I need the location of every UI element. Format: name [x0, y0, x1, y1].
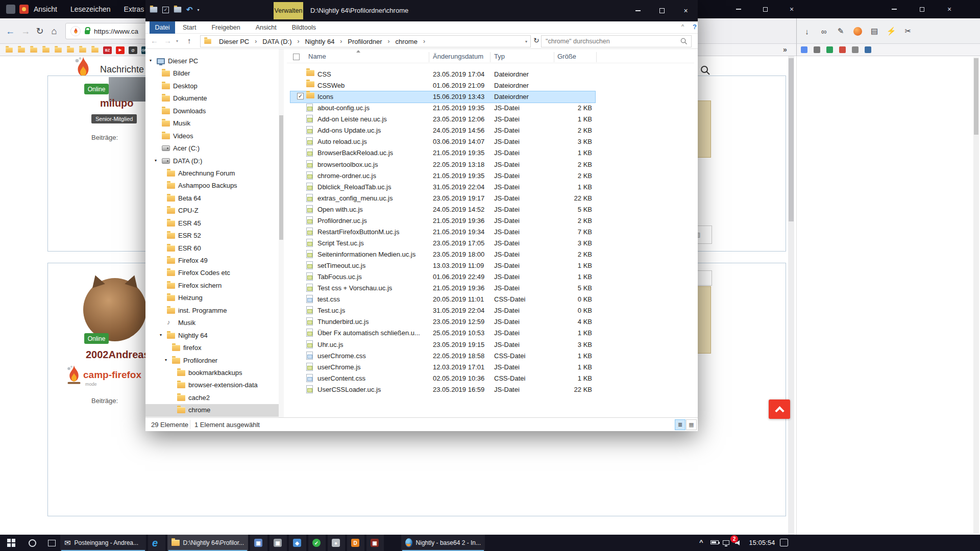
taskbar-clock[interactable]: 15:05:54: [746, 539, 778, 546]
file-row-thunderbird-uc-js[interactable]: Thunderbird.uc.js23.05.2019 12:59JS-Date…: [287, 316, 694, 327]
home-icon[interactable]: ⌂: [47, 24, 61, 38]
breadcrumb-segment[interactable]: Nightly 64: [304, 38, 336, 45]
qat-check-icon[interactable]: ✓: [162, 7, 169, 13]
action-center-icon[interactable]: [780, 539, 788, 546]
nav-history-dropdown-icon[interactable]: ▾: [176, 39, 178, 43]
column-header-typ[interactable]: Typ: [494, 53, 505, 60]
bg-window-scrollbar[interactable]: [973, 57, 979, 534]
qat-folder-icon[interactable]: [174, 7, 181, 13]
icons-view-button[interactable]: ▦: [686, 419, 697, 430]
help-icon[interactable]: ?: [693, 23, 697, 31]
nav-item-cache2[interactable]: cache2: [145, 392, 279, 404]
taskbar-app-pin-7[interactable]: ●: [328, 535, 345, 551]
explorer-minimize-button[interactable]: [626, 0, 650, 21]
firefox-minimize-button[interactable]: [733, 4, 744, 14]
bookmark-folder[interactable]: [30, 47, 38, 53]
bookmark-folder[interactable]: [66, 47, 75, 53]
bookmark-site[interactable]: BZ: [103, 46, 112, 54]
app-icon[interactable]: [6, 5, 15, 14]
ribbon-tab-ansicht[interactable]: Ansicht: [248, 21, 284, 34]
nav-item-esr-60[interactable]: ESR 60: [145, 242, 279, 255]
nav-item-acer-c[interactable]: Acer (C:): [145, 142, 279, 155]
breadcrumb-dropdown-icon[interactable]: ▾: [525, 39, 527, 44]
nav-item-browser-extension-data[interactable]: browser-extension-data: [145, 379, 279, 391]
bg-window-tab-icon[interactable]: [839, 46, 846, 53]
nav-item-bookmarkbackups[interactable]: bookmarkbackups: [145, 367, 279, 379]
undo-icon[interactable]: ↶: [186, 5, 193, 14]
flash-icon[interactable]: ⚡: [885, 25, 897, 37]
nav-item-downloads[interactable]: Downloads: [145, 105, 279, 117]
search-box[interactable]: "chrome" durchsuchen: [541, 35, 692, 47]
bg-window-tab-icon[interactable]: [865, 46, 871, 53]
nav-item-videos[interactable]: Videos: [145, 130, 279, 142]
file-row-auto-reload-uc-js[interactable]: Auto reload.uc.js03.06.2019 14:07JS-Date…: [287, 136, 694, 147]
nav-item-abrechnung-forum[interactable]: Abrechnung Forum: [145, 167, 279, 180]
menu-ansicht[interactable]: Ansicht: [34, 5, 57, 13]
forum-search-icon[interactable]: [700, 65, 710, 76]
nav-item-firefox-49[interactable]: Firefox 49: [145, 255, 279, 267]
file-row-script-test-uc-js[interactable]: Script Test.uc.js23.05.2019 17:05JS-Date…: [287, 237, 694, 248]
file-row-userchrome-css[interactable]: userChrome.css22.05.2019 18:58CSS-Datei1…: [287, 350, 694, 361]
scrollbar-thumb[interactable]: [789, 58, 794, 221]
nav-item-ashampoo-backups[interactable]: Ashampoo Backups: [145, 180, 279, 192]
network-icon[interactable]: [723, 540, 729, 545]
avatar-cat-photo[interactable]: [83, 278, 146, 341]
menu-lesezeichen[interactable]: Lesezeichen: [70, 5, 111, 13]
file-row-profilordner-uc-js[interactable]: Profilordner.uc.js21.05.2019 19:36JS-Dat…: [287, 215, 694, 226]
task-view-button[interactable]: [42, 535, 61, 551]
firefox-restore-button[interactable]: [760, 4, 770, 14]
bg-window-minimize-button[interactable]: [889, 4, 899, 14]
bookmark-site[interactable]: ▶: [116, 46, 125, 54]
file-row-usercontent-css[interactable]: userContent.css02.05.2019 10:36CSS-Datei…: [287, 372, 694, 384]
column-header-nderungsdatum[interactable]: Änderungsdatum: [433, 53, 483, 60]
taskbar-app-pin-6[interactable]: ✓: [308, 535, 326, 551]
breadcrumb-segment[interactable]: DATA (D:): [261, 38, 292, 45]
page-scrollbar[interactable]: [788, 56, 794, 535]
column-header-name[interactable]: Name: [308, 53, 326, 60]
sync-icon[interactable]: ∞: [818, 25, 830, 37]
bg-window-tab-icon[interactable]: [852, 46, 859, 53]
fox-icon[interactable]: [851, 25, 864, 37]
search-button[interactable]: [22, 535, 42, 551]
nav-item-chrome[interactable]: chrome: [145, 404, 279, 416]
member-name[interactable]: 2002Andreas: [86, 349, 150, 361]
refresh-icon[interactable]: ↻: [533, 36, 540, 44]
reload-icon[interactable]: ↻: [33, 24, 47, 38]
download-icon[interactable]: ↓: [801, 25, 813, 37]
battery-icon[interactable]: [710, 540, 719, 544]
firefox-close-icon[interactable]: ×: [787, 4, 797, 14]
file-row-add-ons-update-uc-js[interactable]: Add-ons Update.uc.js24.05.2019 14:56JS-D…: [287, 124, 694, 136]
nav-item-musik[interactable]: ♪Musik: [145, 317, 279, 329]
file-row-browsertoolbox-uc-js[interactable]: browsertoolbox.uc.js22.05.2019 13:18JS-D…: [287, 159, 694, 170]
nav-item-esr-52[interactable]: ESR 52: [145, 230, 279, 242]
file-row-extras-config-menu-uc-js[interactable]: extras_config_menu.uc.js23.05.2019 19:17…: [287, 192, 694, 204]
chevron-expanded-icon[interactable]: ▾: [150, 58, 152, 63]
scroll-to-top-button[interactable]: [769, 399, 790, 419]
column-separator[interactable]: [596, 52, 597, 62]
member-name[interactable]: milupo: [100, 97, 134, 109]
nav-forward-icon[interactable]: →: [164, 36, 172, 45]
bg-window-tab-icon[interactable]: [801, 46, 807, 53]
nav-item-nightly-64[interactable]: ▾Nightly 64: [145, 330, 279, 342]
file-row-open-with-uc-js[interactable]: Open with.uc.js24.05.2019 14:52JS-Datei5…: [287, 204, 694, 215]
nav-item-cpu-z[interactable]: CPU-Z: [145, 205, 279, 217]
taskbar-app-nightly-base64-2-in[interactable]: Nightly - base64 2 - In...: [401, 535, 485, 551]
qat-folder-icon[interactable]: [150, 7, 157, 13]
chevron-expanded-icon[interactable]: ▾: [165, 358, 167, 362]
ribbon-tab-bildtools[interactable]: Bildtools: [284, 21, 324, 34]
file-row-settimeout-uc-js[interactable]: setTimeout.uc.js13.03.2019 11:09JS-Datei…: [287, 260, 694, 271]
ribbon-tab-start[interactable]: Start: [175, 21, 204, 34]
breadcrumb-segment[interactable]: Dieser PC: [218, 38, 250, 45]
nav-item-beta-64[interactable]: Beta 64: [145, 192, 279, 205]
file-row-browserbackreload-uc-js[interactable]: BrowserBackReload.uc.js21.05.2019 19:35J…: [287, 147, 694, 158]
nav-item-bilder[interactable]: Bilder: [145, 67, 279, 80]
ribbon-collapse-icon[interactable]: ^: [681, 23, 684, 30]
nav-item-musik[interactable]: Musik: [145, 117, 279, 130]
file-row-tabfocus-uc-js[interactable]: TabFocus.uc.js01.06.2019 22:49JS-Datei1 …: [287, 271, 694, 282]
ribbon-tab-freigeben[interactable]: Freigeben: [204, 21, 248, 34]
forward-icon[interactable]: →: [18, 24, 33, 38]
nav-item-esr-45[interactable]: ESR 45: [145, 217, 279, 230]
bookmark-folder[interactable]: [17, 47, 26, 53]
back-icon[interactable]: ←: [3, 24, 17, 38]
file-row-test-css-vorschau-uc-js[interactable]: Test css + Vorschau.uc.js21.05.2019 19:3…: [287, 282, 694, 293]
